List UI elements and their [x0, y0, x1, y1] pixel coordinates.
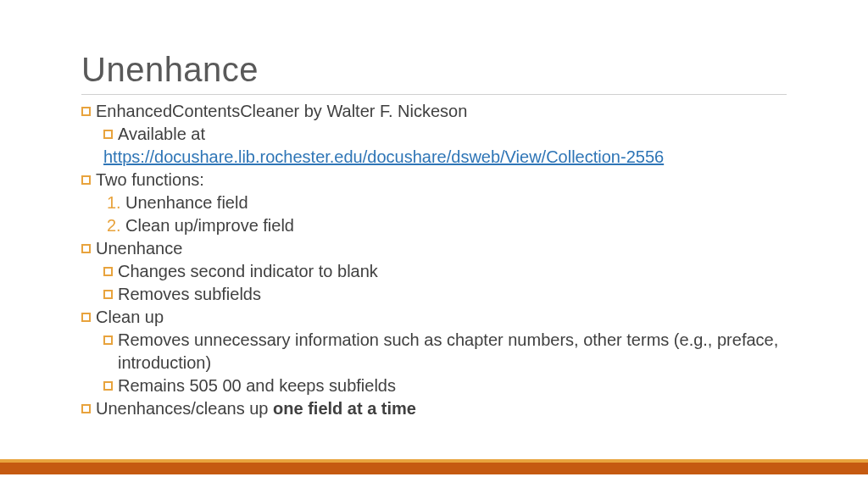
- square-bullet-icon: [103, 336, 113, 345]
- bullet-item: Clean up: [81, 306, 787, 329]
- slide-title: Unenhance: [81, 51, 787, 95]
- square-bullet-icon: [103, 130, 113, 139]
- numbered-text: Unenhance field: [125, 191, 248, 214]
- bullet-item: Removes subfields: [103, 283, 787, 306]
- bullet-item: Remains 505 00 and keeps subfields: [103, 374, 787, 397]
- number-marker: 1.: [103, 191, 125, 214]
- link-line: https://docushare.lib.rochester.edu/docu…: [103, 146, 787, 169]
- text-prefix: Unenhances/cleans up: [96, 399, 273, 418]
- bullet-text: Removes unnecessary information such as …: [118, 329, 787, 374]
- bullet-text: Available at: [118, 123, 205, 146]
- numbered-text: Clean up/improve field: [125, 214, 294, 237]
- number-marker: 2.: [103, 214, 125, 237]
- docushare-link[interactable]: https://docushare.lib.rochester.edu/docu…: [103, 146, 664, 169]
- bullet-item: Available at: [103, 123, 787, 146]
- square-bullet-icon: [103, 267, 113, 276]
- bullet-text: Remains 505 00 and keeps subfields: [118, 374, 396, 397]
- bullet-item: Changes second indicator to blank: [103, 260, 787, 283]
- square-bullet-icon: [81, 404, 91, 413]
- bullet-text: Two functions:: [96, 169, 204, 191]
- bullet-item: EnhancedContentsCleaner by Walter F. Nic…: [81, 100, 787, 123]
- bullet-item: Two functions:: [81, 169, 787, 191]
- bullet-text: EnhancedContentsCleaner by Walter F. Nic…: [96, 100, 467, 123]
- square-bullet-icon: [103, 290, 113, 299]
- slide: Unenhance EnhancedContentsCleaner by Wal…: [0, 0, 868, 420]
- square-bullet-icon: [81, 313, 91, 322]
- bullet-text: Clean up: [96, 306, 164, 329]
- bullet-text: Unenhance: [96, 237, 182, 260]
- slide-content: EnhancedContentsCleaner by Walter F. Nic…: [81, 100, 787, 420]
- text-bold: one field at a time: [273, 399, 416, 418]
- bullet-text: Changes second indicator to blank: [118, 260, 378, 283]
- square-bullet-icon: [81, 107, 91, 116]
- square-bullet-icon: [103, 381, 113, 391]
- footer-decoration-bar: [0, 459, 868, 474]
- numbered-item: 1. Unenhance field: [103, 191, 787, 214]
- bullet-item: Removes unnecessary information such as …: [103, 329, 787, 374]
- square-bullet-icon: [81, 175, 91, 185]
- bullet-text: Unenhances/cleans up one field at a time: [96, 397, 416, 420]
- bullet-text: Removes subfields: [118, 283, 261, 306]
- square-bullet-icon: [81, 244, 91, 253]
- numbered-item: 2. Clean up/improve field: [103, 214, 787, 237]
- bullet-item: Unenhances/cleans up one field at a time: [81, 397, 787, 420]
- bullet-item: Unenhance: [81, 237, 787, 260]
